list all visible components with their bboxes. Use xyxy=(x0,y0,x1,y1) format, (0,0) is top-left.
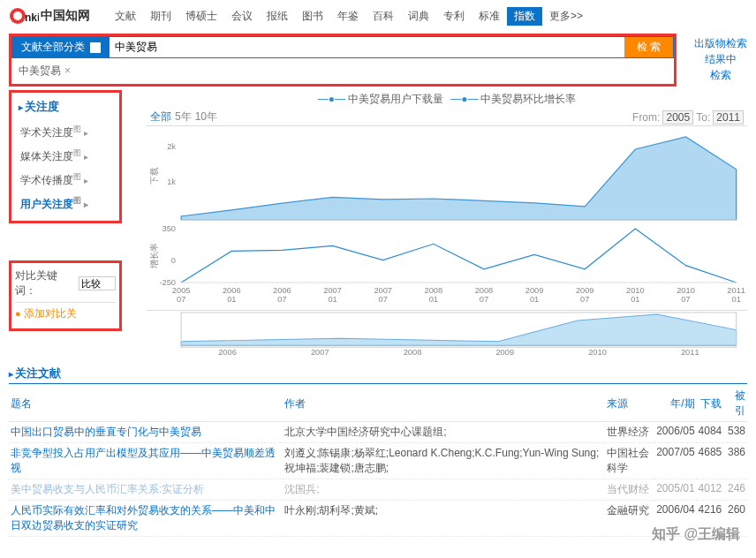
svg-text:2009: 2009 xyxy=(576,286,594,295)
add-compare-link[interactable]: ● 添加对比关 xyxy=(15,308,77,319)
col-header[interactable]: 下载 xyxy=(697,386,724,422)
sidebar-item[interactable]: 学术关注度图 ▸ xyxy=(15,120,116,144)
svg-text:1k: 1k xyxy=(167,177,176,186)
svg-text:07: 07 xyxy=(681,295,690,304)
nav-词典[interactable]: 词典 xyxy=(401,7,436,26)
svg-text:2006: 2006 xyxy=(223,286,241,295)
nav-更多>>[interactable]: 更多>> xyxy=(542,7,590,26)
svg-text:2008: 2008 xyxy=(425,286,443,295)
svg-text:2006: 2006 xyxy=(273,286,291,295)
svg-text:增长率: 增长率 xyxy=(149,243,159,270)
col-header[interactable]: 题名 xyxy=(9,386,283,422)
svg-text:01: 01 xyxy=(530,295,539,304)
sidebar-item[interactable]: 学术传播度图 ▸ xyxy=(15,168,116,192)
range-row: 全部5年10年 From: 2005 To: 2011 xyxy=(147,109,747,126)
nav: 文献期刊博硕士会议报纸图书年鉴百科词典专利标准指数更多>> xyxy=(108,7,590,26)
svg-text:2007: 2007 xyxy=(323,286,342,295)
svg-text:2007: 2007 xyxy=(311,348,329,357)
sidebar-item[interactable]: 用户关注度图 ▸ xyxy=(15,192,116,215)
range-tabs: 全部5年10年 xyxy=(150,109,221,124)
svg-text:2008: 2008 xyxy=(404,348,422,357)
legend: —●— 中美贸易用户下载量 —●— 中美贸易环比增长率 xyxy=(147,90,747,109)
to-input[interactable]: 2011 xyxy=(713,110,744,124)
chart-area: —●— 中美贸易用户下载量 —●— 中美贸易环比增长率 全部5年10年 From… xyxy=(147,90,747,360)
svg-text:07: 07 xyxy=(580,295,589,304)
svg-text:2009: 2009 xyxy=(495,348,514,357)
chevron-down-icon xyxy=(90,42,101,53)
svg-text:350: 350 xyxy=(163,224,176,233)
sidebar-item[interactable]: 媒体关注度图 ▸ xyxy=(15,144,116,168)
svg-text:07: 07 xyxy=(379,295,388,304)
main: 关注度 学术关注度图 ▸媒体关注度图 ▸学术传播度图 ▸用户关注度图 ▸ 对比关… xyxy=(0,90,756,360)
compare-label: 对比关键词： xyxy=(15,268,77,298)
nav-专利[interactable]: 专利 xyxy=(436,7,472,26)
svg-text:2011: 2011 xyxy=(727,286,745,295)
sidebar-title: 关注度 xyxy=(15,96,116,120)
header: nki 中国知网 文献期刊博硕士会议报纸图书年鉴百科词典专利标准指数更多>> xyxy=(0,0,756,32)
compare-input[interactable] xyxy=(79,276,116,290)
svg-text:07: 07 xyxy=(277,295,286,304)
search-tag[interactable]: 中美贸易× xyxy=(19,64,71,77)
table-row[interactable]: 美中贸易收支与人民币汇率关系:实证分析沈国兵;当代财经2005/01401224… xyxy=(9,479,747,501)
table-row[interactable]: 中国出口贸易中的垂直专门化与中美贸易北京大学中国经济研究中心课题组;世界经济20… xyxy=(9,422,747,443)
svg-text:01: 01 xyxy=(631,295,639,304)
nav-百科[interactable]: 百科 xyxy=(366,7,401,26)
compare-row: 对比关键词： xyxy=(15,268,116,298)
right-link[interactable]: 检索 xyxy=(694,67,747,83)
dropdown-label: 文献全部分类 xyxy=(21,40,85,55)
svg-text:2k: 2k xyxy=(167,142,176,151)
col-header[interactable]: 来源 xyxy=(605,386,654,422)
nav-图书[interactable]: 图书 xyxy=(295,7,330,26)
table-row[interactable]: 人民币实际有效汇率和对外贸易收支的关系——中美和中日双边贸易收支的实证研究叶永刚… xyxy=(9,501,747,537)
svg-text:2010: 2010 xyxy=(677,286,695,295)
right-link[interactable]: 出版物检索 xyxy=(694,35,747,51)
right-links: 出版物检索结果中检索 xyxy=(694,35,747,83)
mini-chart[interactable]: 200620072008200920102011 xyxy=(147,310,747,358)
col-header[interactable]: 被引 xyxy=(723,386,747,422)
main-chart[interactable]: 2k1k下载3500-250增长率20050720060120060720070… xyxy=(147,126,747,307)
svg-text:2006: 2006 xyxy=(218,348,237,357)
from-input[interactable]: 2005 xyxy=(662,110,693,124)
sidebar: 关注度 学术关注度图 ▸媒体关注度图 ▸学术传播度图 ▸用户关注度图 ▸ 对比关… xyxy=(9,90,122,360)
nav-博硕士[interactable]: 博硕士 xyxy=(178,7,224,26)
logo[interactable]: nki 中国知网 xyxy=(9,4,90,28)
table-row[interactable]: 非竞争型投入占用产出模型及其应用——中美贸易顺差透视刘遵义;陈锡康;杨翠红;Le… xyxy=(9,443,747,479)
svg-text:07: 07 xyxy=(480,295,488,304)
nav-期刊[interactable]: 期刊 xyxy=(143,7,178,26)
svg-text:下载: 下载 xyxy=(149,167,159,185)
svg-text:2010: 2010 xyxy=(626,286,645,295)
search-tag-row: 中美贸易× xyxy=(11,58,674,84)
svg-point-1 xyxy=(13,11,22,20)
svg-text:2009: 2009 xyxy=(525,286,544,295)
svg-text:01: 01 xyxy=(429,295,438,304)
svg-text:2007: 2007 xyxy=(374,286,392,295)
search-button[interactable]: 检 索 xyxy=(624,37,673,57)
nav-报纸[interactable]: 报纸 xyxy=(260,7,295,26)
range-tab[interactable]: 全部 xyxy=(150,110,171,123)
search-area: 文献全部分类 检 索 中美贸易× xyxy=(9,34,677,87)
lit-header: 关注文献 xyxy=(9,364,747,384)
nav-年鉴[interactable]: 年鉴 xyxy=(330,7,366,26)
right-link[interactable]: 结果中 xyxy=(694,51,747,67)
nav-指数[interactable]: 指数 xyxy=(507,7,542,26)
col-header[interactable]: 年/期 xyxy=(654,386,696,422)
nav-文献[interactable]: 文献 xyxy=(108,7,143,26)
svg-text:0: 0 xyxy=(171,256,176,265)
range-tab[interactable]: 10年 xyxy=(195,110,217,123)
compare-box: 对比关键词： ● 添加对比关 xyxy=(9,260,122,331)
svg-text:2005: 2005 xyxy=(172,286,191,295)
svg-text:01: 01 xyxy=(328,295,336,304)
nav-标准[interactable]: 标准 xyxy=(472,7,507,26)
svg-text:2010: 2010 xyxy=(588,348,607,357)
close-icon[interactable]: × xyxy=(64,64,71,77)
logo-text: 中国知网 xyxy=(41,8,90,24)
svg-text:nki: nki xyxy=(25,11,39,24)
svg-text:01: 01 xyxy=(227,295,236,304)
nav-会议[interactable]: 会议 xyxy=(224,7,260,26)
search-input[interactable] xyxy=(110,37,624,57)
svg-text:01: 01 xyxy=(731,295,740,304)
svg-text:2008: 2008 xyxy=(475,286,494,295)
category-dropdown[interactable]: 文献全部分类 xyxy=(12,37,110,57)
range-tab[interactable]: 5年 xyxy=(175,110,192,123)
col-header[interactable]: 作者 xyxy=(283,386,605,422)
